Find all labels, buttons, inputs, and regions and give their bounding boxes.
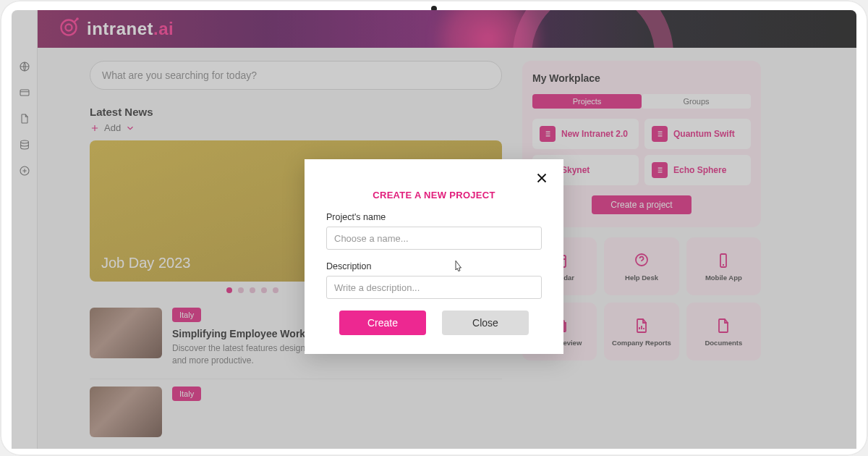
- modal-title: CREATE A NEW PROJECT: [326, 190, 542, 200]
- project-name-input[interactable]: Choose a name...: [326, 227, 542, 250]
- create-project-modal: CREATE A NEW PROJECT Project's name Choo…: [305, 159, 563, 354]
- description-label: Description: [326, 261, 542, 271]
- close-button[interactable]: Close: [442, 311, 529, 335]
- project-name-label: Project's name: [326, 212, 542, 222]
- description-placeholder: Write a description...: [334, 282, 420, 293]
- description-input[interactable]: Write a description...: [326, 276, 542, 299]
- create-button[interactable]: Create: [339, 311, 426, 335]
- close-icon[interactable]: [533, 169, 550, 187]
- project-name-placeholder: Choose a name...: [334, 233, 409, 244]
- pointer-cursor-icon: [451, 259, 464, 275]
